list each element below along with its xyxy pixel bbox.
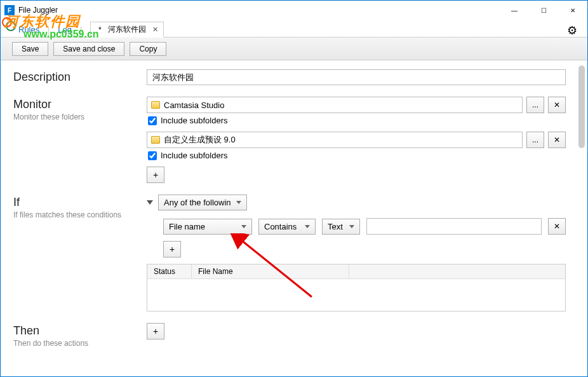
condition-value-input[interactable] [366,218,542,235]
tab-dirty-marker: * [98,25,102,34]
table-body [147,279,565,311]
condition-field-dropdown[interactable]: File name [163,219,252,235]
col-extra[interactable] [349,264,565,278]
monitor-label: Monitor [13,98,147,111]
include-subfolders-checkbox[interactable] [148,116,157,125]
description-input[interactable] [147,69,566,85]
save-close-button[interactable]: Save and close [53,42,124,56]
document-tab[interactable]: *河东软件园 ✕ [90,22,164,38]
folder-path[interactable]: Camtasia Studio [147,97,523,113]
tab-name: 河东软件园 [108,24,146,35]
toolbar: Save Save and close Copy [1,38,587,60]
add-action-button[interactable]: + [147,323,164,339]
description-label: Description [13,71,147,84]
include-subfolders-label: Include subfolders [161,151,228,160]
content-area: Description Monitor Monitor these folder… [1,60,587,376]
topbar: Rules Log *河东软件园 ✕ ⚙ [1,20,587,38]
if-sublabel: If files matches these conditions [13,210,147,219]
watermark-logo-icon [2,17,17,32]
collapse-toggle-icon[interactable] [147,200,153,205]
remove-folder-button[interactable]: ✕ [548,132,566,148]
preview-table: Status File Name [147,264,566,312]
app-icon: F [4,5,15,15]
folder-path[interactable]: 自定义生成预设 9.0 [147,132,523,148]
then-label: Then [13,324,147,338]
folder-name: 自定义生成预设 9.0 [164,134,236,146]
titlebar: F File Juggler — ☐ ✕ [1,1,587,20]
browse-folder-button[interactable]: ... [526,97,544,113]
folder-icon [151,136,160,144]
nav-log[interactable]: Log [51,22,78,37]
condition-mode-dropdown[interactable]: Any of the followin [158,195,247,210]
include-subfolders-check[interactable]: Include subfolders [147,151,566,160]
scrollbar-thumb[interactable] [578,65,585,148]
if-label: If [13,196,147,209]
window-title: File Juggler [18,6,500,15]
close-window-button[interactable]: ✕ [558,1,587,20]
copy-button[interactable]: Copy [130,42,166,56]
remove-folder-button[interactable]: ✕ [548,97,566,113]
condition-operator-dropdown[interactable]: Contains [258,219,316,235]
remove-condition-button[interactable]: ✕ [548,218,566,235]
include-subfolders-check[interactable]: Include subfolders [147,116,566,125]
folder-icon [151,101,160,109]
include-subfolders-checkbox[interactable] [148,151,157,160]
include-subfolders-label: Include subfolders [161,116,228,125]
then-sublabel: Then do these actions [13,339,147,348]
browse-folder-button[interactable]: ... [526,132,544,148]
save-button[interactable]: Save [12,42,48,56]
condition-type-dropdown[interactable]: Text [322,219,360,235]
gear-icon[interactable]: ⚙ [567,24,577,38]
nav-divider [48,27,49,37]
close-tab-icon[interactable]: ✕ [152,25,158,34]
col-status[interactable]: Status [147,264,192,278]
minimize-button[interactable]: — [500,1,529,20]
col-filename[interactable]: File Name [192,264,349,278]
add-condition-button[interactable]: + [163,241,181,257]
add-folder-button[interactable]: + [147,167,164,183]
nav-divider [81,27,81,37]
folder-name: Camtasia Studio [164,100,224,110]
monitor-sublabel: Monitor these folders [13,113,147,121]
maximize-button[interactable]: ☐ [529,1,558,20]
